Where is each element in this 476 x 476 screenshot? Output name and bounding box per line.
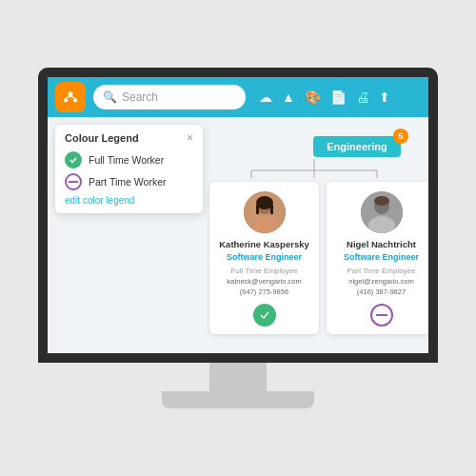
main-content: Colour Legend × Full Time Worker P: [48, 117, 428, 353]
checkmark-icon: [69, 155, 78, 165]
cloud-icon[interactable]: ☁: [259, 89, 272, 105]
employee-type: Part Time Employee: [347, 267, 415, 275]
palette-icon[interactable]: 🎨: [305, 89, 321, 105]
employee-phone: (416) 387-9827: [357, 288, 406, 296]
full-time-action-icon[interactable]: [253, 304, 276, 327]
topbar: 🔍 Search ☁ ▲ 🎨 📄 🖨 ⬆: [48, 77, 428, 117]
svg-rect-15: [270, 205, 273, 214]
avatar-image: [244, 191, 286, 233]
full-time-label: Full Time Worker: [89, 154, 164, 166]
app-logo[interactable]: [55, 82, 86, 112]
part-time-action-icon[interactable]: [370, 304, 393, 327]
legend-header: Colour Legend ×: [65, 132, 193, 144]
full-time-icon: [65, 151, 82, 169]
svg-point-0: [69, 91, 73, 96]
employee-card: Katherine Kaspersky Software Engineer Fu…: [209, 182, 319, 334]
svg-line-3: [66, 96, 70, 98]
monitor-screen: 🔍 Search ☁ ▲ 🎨 📄 🖨 ⬆ Colour Legend: [38, 68, 438, 363]
legend-title: Colour Legend: [65, 132, 139, 144]
legend-item-full: Full Time Worker: [65, 151, 193, 169]
avatar: [244, 191, 286, 233]
file-icon[interactable]: 📄: [330, 89, 347, 105]
topbar-actions: ☁ ▲ 🎨 📄 🖨 ⬆: [259, 89, 390, 105]
avatar-image: [361, 191, 403, 233]
employee-role: Software Engineer: [227, 252, 302, 264]
part-time-label: Part Time Worker: [89, 176, 167, 188]
app: 🔍 Search ☁ ▲ 🎨 📄 🖨 ⬆ Colour Legend: [48, 77, 428, 353]
svg-line-4: [70, 96, 75, 98]
search-icon: 🔍: [103, 90, 117, 104]
avatar: [361, 191, 403, 233]
connector-lines: [209, 159, 419, 178]
monitor-stand-base: [162, 391, 314, 408]
print-icon[interactable]: 🖨: [356, 89, 369, 105]
svg-point-1: [64, 98, 68, 102]
employee-cards-row: Katherine Kaspersky Software Engineer Fu…: [209, 182, 419, 334]
svg-point-2: [73, 98, 77, 102]
employee-email: katneck@vengario.com: [227, 277, 301, 286]
monitor-wrapper: 🔍 Search ☁ ▲ 🎨 📄 🖨 ⬆ Colour Legend: [33, 68, 443, 408]
monitor-stand-neck: [209, 363, 267, 391]
employee-phone: (647) 275-9856: [240, 288, 288, 296]
checkmark-icon: [259, 309, 270, 321]
employee-name: Nigel Nachtricht: [347, 239, 416, 250]
svg-rect-14: [256, 205, 259, 214]
legend-panel: Colour Legend × Full Time Worker P: [55, 125, 203, 213]
search-placeholder: Search: [122, 90, 158, 104]
employee-card: Nigel Nachtricht Software Engineer Part …: [327, 182, 428, 334]
dept-label: Engineering: [327, 141, 387, 152]
legend-item-part: Part Time Worker: [65, 173, 193, 190]
employee-role: Software Engineer: [344, 252, 419, 264]
legend-close-button[interactable]: ×: [187, 132, 193, 144]
engineering-dept-box: Engineering 5: [313, 136, 401, 157]
employee-name: Katherine Kaspersky: [219, 239, 309, 250]
logo-icon: [61, 88, 80, 107]
dept-badge: 5: [393, 129, 408, 144]
search-bar[interactable]: 🔍 Search: [93, 85, 246, 109]
edit-color-legend-link[interactable]: edit color legend: [65, 195, 193, 206]
share-icon[interactable]: ⬆: [379, 89, 390, 105]
employee-email: nigel@zengario.com: [348, 277, 413, 286]
part-time-icon: [65, 173, 82, 190]
svg-point-19: [374, 196, 389, 206]
employee-type: Full Time Employee: [230, 267, 297, 275]
triangle-icon[interactable]: ▲: [282, 89, 295, 105]
